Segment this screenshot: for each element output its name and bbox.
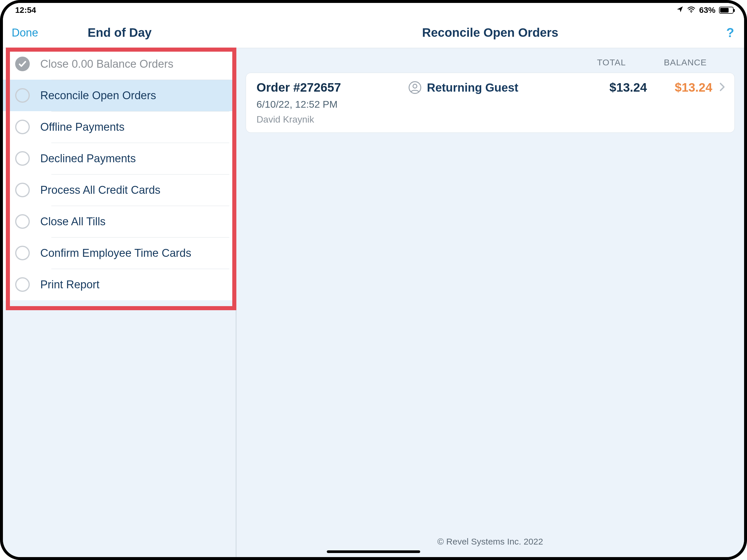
order-row[interactable]: Order #272657 Returning Guest	[246, 73, 735, 133]
page-title: Reconcile Open Orders	[422, 26, 559, 40]
step-label: Offline Payments	[40, 121, 125, 133]
col-balance: BALANCE	[664, 57, 707, 68]
step-label: Declined Payments	[40, 152, 136, 165]
chevron-right-icon	[717, 82, 727, 93]
order-datetime: 6/10/22, 12:52 PM	[257, 99, 727, 110]
step-label: Process All Credit Cards	[40, 184, 160, 196]
step-reconcile-open-orders[interactable]: Reconcile Open Orders	[3, 80, 236, 111]
step-close-all-tills[interactable]: Close All Tills	[3, 206, 236, 237]
home-indicator[interactable]	[327, 550, 420, 553]
circle-icon	[15, 277, 30, 292]
battery-pct: 63%	[699, 5, 716, 15]
col-total: TOTAL	[597, 57, 626, 68]
step-declined-payments[interactable]: Declined Payments	[3, 143, 236, 174]
step-label: Reconcile Open Orders	[40, 89, 156, 102]
step-confirm-time-cards[interactable]: Confirm Employee Time Cards	[3, 237, 236, 269]
content-pane: TOTAL BALANCE Order #272657	[236, 48, 744, 557]
guest-icon	[408, 81, 422, 94]
svg-point-0	[691, 12, 692, 13]
footer-copyright: © Revel Systems Inc. 2022	[236, 537, 744, 546]
step-offline-payments[interactable]: Offline Payments	[3, 111, 236, 143]
step-label: Close 0.00 Balance Orders	[40, 58, 173, 70]
circle-icon	[15, 183, 30, 197]
guest-name: Returning Guest	[427, 81, 518, 94]
step-close-zero-balance[interactable]: Close 0.00 Balance Orders	[3, 48, 236, 80]
top-bar: Done End of Day Reconcile Open Orders ?	[3, 18, 744, 48]
step-process-credit-cards[interactable]: Process All Credit Cards	[3, 174, 236, 206]
location-icon	[676, 5, 684, 15]
order-total: $13.24	[586, 80, 647, 95]
eod-step-list: Close 0.00 Balance Orders Reconcile Open…	[3, 48, 236, 557]
svg-point-2	[413, 84, 417, 88]
status-time: 12:54	[15, 5, 36, 15]
circle-icon	[15, 246, 30, 260]
circle-icon	[15, 214, 30, 229]
step-label: Print Report	[40, 278, 100, 291]
circle-icon	[15, 151, 30, 166]
battery-icon	[719, 7, 733, 14]
check-icon	[15, 57, 30, 71]
column-headers: TOTAL BALANCE	[246, 55, 735, 73]
wifi-icon	[687, 5, 696, 15]
done-button[interactable]: Done	[12, 27, 38, 39]
step-label: Confirm Employee Time Cards	[40, 247, 191, 259]
order-employee: David Kraynik	[257, 114, 727, 125]
order-id: Order #272657	[257, 80, 408, 95]
status-bar: 12:54 63%	[3, 3, 744, 18]
step-print-report[interactable]: Print Report	[3, 269, 236, 300]
step-label: Close All Tills	[40, 215, 106, 228]
help-button[interactable]: ?	[726, 25, 734, 40]
circle-icon	[15, 88, 30, 103]
sidebar-title: End of Day	[87, 26, 151, 40]
order-balance: $13.24	[647, 80, 714, 95]
circle-icon	[15, 120, 30, 134]
